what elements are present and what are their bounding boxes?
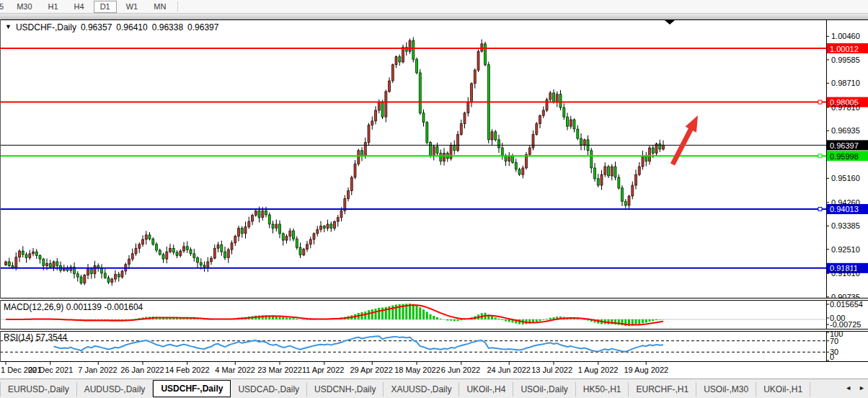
tab-scroll-arrows: ◄ ► xyxy=(845,384,865,392)
symbol-tab-eurusd-daily[interactable]: EURUSD-,Daily xyxy=(0,382,77,397)
toolbar-separator xyxy=(177,1,178,12)
price-axis-tick-label: 0.94260 xyxy=(831,198,860,207)
price-axis-tick-label: 0.91610 xyxy=(831,269,860,278)
symbol-tab-ukoil-h1[interactable]: UKOil-,H1 xyxy=(756,382,810,397)
macd-title: MACD(12,26,9) xyxy=(4,302,63,312)
symbol-tab-bar: EURUSD-,DailyAUDUSD-,DailyUSDCHF-,DailyU… xyxy=(0,379,868,398)
price-line-label: 0.96397 xyxy=(830,141,859,150)
symbol-tab-usdcad-daily[interactable]: USDCAD-,Daily xyxy=(231,382,307,397)
date-axis-tick-label: 23 Mar 2022 xyxy=(257,366,302,374)
line-drag-handle[interactable] xyxy=(818,154,822,158)
timeframe-button-h4[interactable]: H4 xyxy=(68,1,91,13)
close-value: 0.96397 xyxy=(187,22,218,32)
low-value: 0.96338 xyxy=(152,22,183,32)
date-axis-tick-label: 7 Jan 2022 xyxy=(78,366,117,374)
price-line-label: 1.00012 xyxy=(830,45,859,53)
macd-label: MACD(12,26,9) 0.001139 -0.001604 xyxy=(4,302,143,312)
price-axis-tick-label: 0.97810 xyxy=(831,103,860,112)
rsi-value: 57.3544 xyxy=(36,332,67,342)
price-axis-tick-label: 1.00460 xyxy=(831,32,860,40)
rsi-label: RSI(14) 57.3544 xyxy=(4,332,67,342)
date-axis-tick-label: 6 Jun 2022 xyxy=(441,366,480,374)
rsi-title: RSI(14) xyxy=(4,332,33,342)
timeframe-button-d1[interactable]: D1 xyxy=(94,1,117,13)
symbol-tab-eurchf-h1[interactable]: EURCHF-,H1 xyxy=(629,382,696,397)
price-axis-tick-label: 0.98710 xyxy=(831,79,860,87)
symbol-tab-usoil-daily[interactable]: USOil-,Daily xyxy=(513,382,575,397)
date-axis-tick-label: 1 Aug 2022 xyxy=(578,366,619,374)
date-axis-tick-label: 14 Feb 2022 xyxy=(165,366,210,374)
timeframe-toolbar: 5M30H1H4D1W1MN xyxy=(0,0,868,14)
tab-scroll-left-icon[interactable]: ◄ xyxy=(845,384,851,392)
rsi-axis-label: 0 xyxy=(830,353,834,361)
line-drag-handle[interactable] xyxy=(818,207,822,211)
date-axis-tick-label: 26 Jan 2022 xyxy=(120,366,164,374)
timeframe-button-m30[interactable]: M30 xyxy=(10,1,38,13)
macd-values: 0.001139 -0.001604 xyxy=(66,302,143,312)
price-axis-tick-label: 0.99585 xyxy=(831,56,860,64)
tab-scroll-right-icon[interactable]: ► xyxy=(859,384,865,392)
date-axis-tick-label: 11 Apr 2022 xyxy=(302,366,345,374)
price-line-label: 0.95998 xyxy=(830,152,859,161)
price-axis-tick-label: 0.95160 xyxy=(831,174,860,182)
macd-axis-label: -0.00725 xyxy=(830,320,861,329)
window-separator xyxy=(0,14,868,19)
price-axis-tick-label: 0.92510 xyxy=(831,245,860,254)
date-axis-tick-label: 24 Jun 2022 xyxy=(487,366,531,374)
timeframe-button-h1[interactable]: H1 xyxy=(42,1,65,13)
symbol-tab-audusd-daily[interactable]: AUDUSD-,Daily xyxy=(77,382,154,397)
price-axis-tick-label: 0.96935 xyxy=(831,126,860,135)
rsi-indicator-panel[interactable]: 10070300 xyxy=(0,331,868,362)
high-value: 0.96410 xyxy=(116,22,147,32)
trading-platform-window: 5M30H1H4D1W1MN 1.000120.980050.963970.95… xyxy=(0,0,868,398)
symbol-ohlc-header: ▼ USDCHF-,Daily 0.96357 0.96410 0.96338 … xyxy=(5,22,218,32)
timeframe-button-w1[interactable]: W1 xyxy=(120,1,145,13)
symbol-tab-usoil-m30[interactable]: USOil-,M30 xyxy=(696,382,756,397)
date-axis-tick-label: 4 Mar 2022 xyxy=(215,366,255,374)
date-axis-tick-label: 29 Apr 2022 xyxy=(350,366,392,374)
symbol-tab-ukoil-h4[interactable]: UKOil-,H4 xyxy=(459,382,513,397)
price-axis-tick-label: 0.93385 xyxy=(831,221,860,230)
timeframe-button-mn[interactable]: MN xyxy=(147,1,172,13)
symbol-tab-xauusd-daily[interactable]: XAUUSD-,Daily xyxy=(384,382,459,397)
open-value: 0.96357 xyxy=(81,22,112,32)
symbol-tab-hk50-h1[interactable]: HK50-,H1 xyxy=(576,382,629,397)
rsi-axis-label: 70 xyxy=(830,337,838,345)
date-axis-tick-label: 13 Jul 2022 xyxy=(531,366,572,374)
date-axis-tick-label: 19 Aug 2022 xyxy=(624,366,668,374)
price-axis-tick-label: 0.90735 xyxy=(831,293,860,298)
symbol-tab-usdcnh-daily[interactable]: USDCNH-,Daily xyxy=(307,382,384,397)
symbol-tab-usdchf-daily[interactable]: USDCHF-,Daily xyxy=(153,380,231,397)
date-axis-tick-label: 20 Dec 2021 xyxy=(28,366,73,374)
symbol-dropdown-icon[interactable]: ▼ xyxy=(5,23,12,30)
symbol-name: USDCHF-,Daily xyxy=(16,22,76,32)
date-axis-tick-label: 18 May 2022 xyxy=(394,366,440,374)
line-drag-handle[interactable] xyxy=(818,100,822,104)
main-price-chart[interactable]: 1.000120.980050.963970.959980.940130.918… xyxy=(0,19,868,298)
timeframe-button-5[interactable]: 5 xyxy=(0,1,7,13)
macd-axis-label: 0.015654 xyxy=(830,300,863,309)
